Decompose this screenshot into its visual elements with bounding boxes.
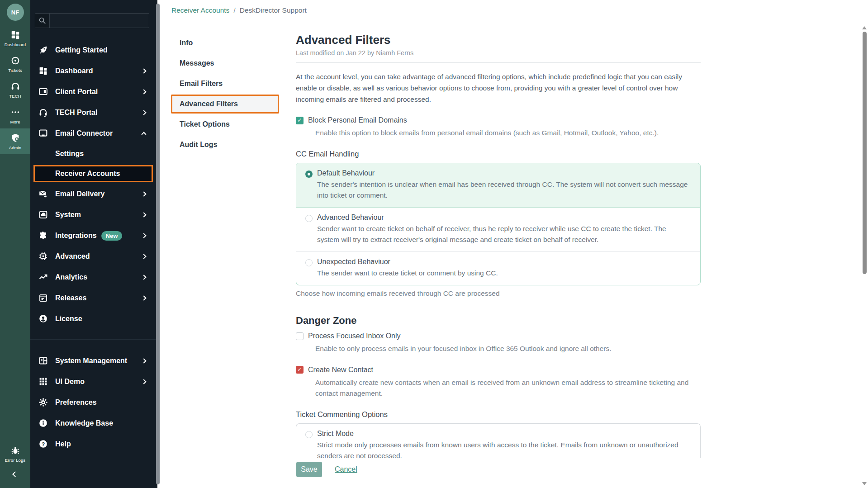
- bug-icon: [10, 445, 20, 455]
- scroll-down-arrow-icon[interactable]: [862, 482, 867, 485]
- sidebar-item-label: Help: [55, 440, 71, 448]
- breadcrumb-receiver-accounts-link[interactable]: Receiver Accounts: [171, 6, 229, 14]
- sidebar-item-dashboard[interactable]: Dashboard: [30, 61, 157, 81]
- tickets-icon: [10, 56, 20, 66]
- checkbox-help-text: Enable this option to block emails from …: [315, 128, 701, 138]
- chevron-right-icon: [141, 379, 146, 384]
- calendar-icon: [38, 293, 48, 303]
- cancel-link[interactable]: Cancel: [335, 465, 357, 474]
- radio-default-behaviour[interactable]: [305, 171, 313, 178]
- tab-email-filters[interactable]: Email Filters: [171, 74, 279, 93]
- sidebar-divider: [30, 339, 157, 340]
- search-input[interactable]: [50, 14, 149, 28]
- sidebar-item-label: Integrations: [55, 232, 97, 240]
- option-description: The sender want to create ticket or comm…: [317, 268, 498, 279]
- breadcrumb-separator: /: [233, 6, 235, 14]
- tab-messages[interactable]: Messages: [171, 54, 279, 73]
- rail-item-dashboard[interactable]: Dashboard: [0, 25, 30, 51]
- chevron-right-icon: [141, 89, 146, 94]
- rail-label: Dashboard: [5, 42, 26, 47]
- sidebar-item-getting-started[interactable]: Getting Started: [30, 40, 157, 61]
- create-new-contact-row[interactable]: ✓ Create New Contact: [296, 366, 701, 374]
- sidebar-item-system-management[interactable]: System Management: [30, 351, 157, 371]
- block-personal-domains-row[interactable]: ✓ Block Personal Email Domains: [296, 116, 701, 124]
- content-scrollbar[interactable]: [862, 23, 867, 488]
- focused-inbox-row[interactable]: Process Focused Inbox Only: [296, 332, 701, 340]
- chevron-up-icon: [141, 132, 146, 137]
- sidebar-search: [35, 13, 149, 28]
- radio-unexpected-behaviour[interactable]: [305, 259, 313, 266]
- rail-item-error-logs[interactable]: Error Logs: [0, 441, 30, 467]
- tab-audit-logs[interactable]: Audit Logs: [171, 135, 279, 154]
- sidebar-item-label: TECH Portal: [55, 109, 97, 117]
- sidebar-item-preferences[interactable]: Preferences: [30, 392, 157, 413]
- radio-advanced-behaviour[interactable]: [305, 215, 313, 222]
- save-button[interactable]: Save: [296, 462, 322, 477]
- cc-handling-caption: Choose how incoming emails received thro…: [296, 289, 701, 298]
- gear-icon: [38, 398, 48, 407]
- radio-option-advanced-behaviour[interactable]: Advanced Behaviour Sender want to create…: [296, 207, 700, 251]
- sidebar-item-releases[interactable]: Releases: [30, 288, 157, 308]
- sidebar-item-ui-demo[interactable]: UI Demo: [30, 371, 157, 392]
- chevron-right-icon: [141, 254, 146, 259]
- sidebar-item-receiver-accounts[interactable]: Receiver Accounts: [33, 165, 153, 182]
- radio-strict-mode[interactable]: [305, 431, 313, 438]
- option-description: Sender want to create ticket on behalf o…: [317, 223, 688, 245]
- radio-option-unexpected-behaviour[interactable]: Unexpected Behaviuor The sender want to …: [296, 251, 700, 285]
- sidebar-item-knowledge-base[interactable]: Knowledge Base: [30, 413, 157, 434]
- checkbox-label: Create New Contact: [308, 366, 373, 374]
- search-icon[interactable]: [35, 14, 50, 28]
- avatar[interactable]: NF: [7, 4, 24, 21]
- sidebar-item-settings[interactable]: Settings: [30, 144, 157, 164]
- sidebar-item-help[interactable]: ? Help: [30, 434, 157, 455]
- window-panels-icon: [38, 356, 48, 366]
- sidebar-item-email-delivery[interactable]: Email Delivery: [30, 184, 157, 204]
- advanced-filters-panel: Advanced Filters Last modified on Jan 22…: [296, 21, 701, 488]
- rail-item-admin[interactable]: Admin: [0, 128, 30, 154]
- sidebar-item-tech-portal[interactable]: TECH Portal: [30, 102, 157, 123]
- rail-item-tickets[interactable]: Tickets: [0, 51, 30, 77]
- sidebar-item-label: Client Portal: [55, 88, 98, 96]
- sidebar-item-email-connector[interactable]: Email Connector: [30, 123, 157, 144]
- scroll-up-arrow-icon[interactable]: [862, 26, 867, 29]
- sidebar-item-integrations[interactable]: Integrations New: [30, 225, 157, 246]
- rail-label: Error Logs: [5, 458, 25, 463]
- chevron-right-icon: [141, 233, 146, 238]
- create-new-contact-checkbox[interactable]: ✓: [296, 366, 304, 374]
- rail-item-more[interactable]: More: [0, 103, 30, 128]
- block-personal-domains-checkbox[interactable]: ✓: [296, 117, 304, 124]
- page-title: Advanced Filters: [296, 33, 701, 47]
- sidebar-item-label: Advanced: [55, 252, 90, 261]
- scrollbar-thumb[interactable]: [863, 32, 867, 274]
- sidebar-item-label: Email Delivery: [55, 190, 104, 198]
- option-title: Default Behaviour: [317, 169, 688, 177]
- sidebar-item-label: System: [55, 211, 81, 219]
- sidebar-item-label: System Management: [55, 357, 127, 365]
- rail-label: Admin: [9, 145, 21, 150]
- sidebar-item-advanced[interactable]: Advanced: [30, 246, 157, 267]
- chevron-right-icon: [141, 275, 146, 280]
- last-modified-text: Last modified on Jan 22 by Niamh Ferns: [296, 49, 701, 57]
- rail-item-tech[interactable]: TECH: [0, 77, 30, 103]
- icon-rail: NF Dashboard Tickets TECH More Admin Err…: [0, 0, 30, 488]
- tab-ticket-options[interactable]: Ticket Options: [171, 115, 279, 134]
- headset-icon: [38, 108, 48, 118]
- sidebar-item-label: Dashboard: [55, 67, 93, 75]
- sidebar-item-license[interactable]: License: [30, 308, 157, 329]
- tab-advanced-filters[interactable]: Advanced Filters: [171, 95, 279, 114]
- grid-dots-icon: [38, 377, 48, 387]
- sidebar-scrollbar[interactable]: [156, 4, 160, 484]
- sidebar-item-system[interactable]: System: [30, 204, 157, 225]
- inbox-icon: [38, 128, 48, 138]
- focused-inbox-checkbox[interactable]: [296, 332, 304, 340]
- option-title: Advanced Behaviour: [317, 213, 688, 222]
- sidebar-item-client-portal[interactable]: Client Portal: [30, 81, 157, 102]
- sidebar-item-label: Releases: [55, 294, 86, 302]
- headset-icon: [10, 81, 20, 91]
- sidebar-item-analytics[interactable]: Analytics: [30, 267, 157, 288]
- radio-option-default-behaviour[interactable]: Default Behaviour The sender's intention…: [296, 163, 700, 207]
- ticket-commenting-options-label: Ticket Commenting Options: [296, 410, 701, 419]
- trend-chart-icon: [38, 272, 48, 282]
- tab-info[interactable]: Info: [171, 33, 279, 52]
- collapse-sidebar-icon[interactable]: [12, 471, 18, 477]
